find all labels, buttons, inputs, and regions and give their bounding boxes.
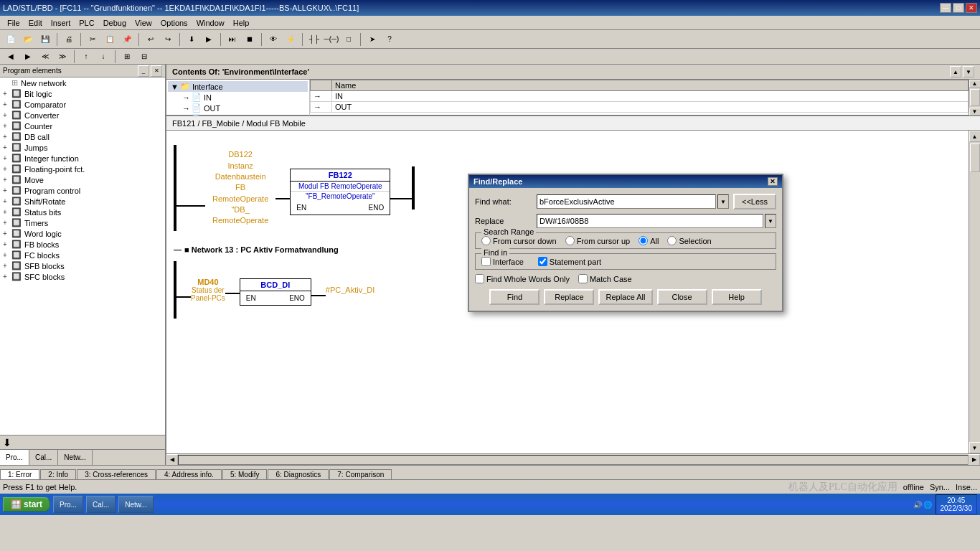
coil-btn[interactable]: ─(─) xyxy=(324,32,339,47)
print-btn[interactable]: 🖨 xyxy=(61,32,77,47)
tree-item-bit-logic[interactable]: + 🔲 Bit logic xyxy=(0,88,165,99)
tree-item-sfc-blocks[interactable]: + 🔲 SFC blocks xyxy=(0,271,165,282)
find-button[interactable]: Find xyxy=(489,289,540,305)
menu-plc[interactable]: PLC xyxy=(75,18,98,28)
hscroll-right[interactable]: ▶ xyxy=(969,454,980,466)
t2-btn6[interactable]: ↓ xyxy=(95,50,111,64)
panel-min-btn[interactable]: _ xyxy=(138,65,149,77)
radio-all[interactable]: All xyxy=(639,236,659,245)
t2-btn4[interactable]: ≫ xyxy=(55,50,70,64)
h-scroll-track[interactable] xyxy=(178,455,969,465)
iface-tree-root[interactable]: ▼ 📁 Interface xyxy=(168,81,308,92)
tree-item-status-bits[interactable]: + 🔲 Status bits xyxy=(0,207,165,217)
box-btn[interactable]: □ xyxy=(341,32,357,47)
tab-error[interactable]: 1: Error xyxy=(0,469,39,479)
diag-vscroll-down[interactable]: ▼ xyxy=(969,442,981,453)
replace-input[interactable] xyxy=(537,214,763,228)
download-btn[interactable]: ⬇ xyxy=(184,32,199,47)
start-button[interactable]: 🪟 start xyxy=(3,497,50,512)
iface-scroll-up[interactable]: ▲ xyxy=(950,66,961,77)
panel-close-btn[interactable]: ✕ xyxy=(151,65,162,77)
menu-file[interactable]: File xyxy=(3,18,24,28)
t2-btn1[interactable]: ◀ xyxy=(3,50,19,64)
tree-item-floating-point[interactable]: + 🔲 Floating-point fct. xyxy=(0,164,165,174)
iface-row-in[interactable]: → IN xyxy=(311,91,969,102)
hscroll-left[interactable]: ◀ xyxy=(166,454,178,466)
diag-vscroll-thumb[interactable] xyxy=(970,143,980,172)
chk-interface[interactable]: Interface xyxy=(481,257,524,266)
radio-input-all[interactable] xyxy=(639,236,648,245)
taskbar-app2[interactable]: Cal... xyxy=(86,496,116,513)
t2-btn2[interactable]: ▶ xyxy=(20,50,36,64)
less-button[interactable]: <<Less xyxy=(733,194,776,209)
replace-dropdown-btn[interactable]: ▼ xyxy=(765,214,776,228)
help-btn[interactable]: ? xyxy=(382,32,397,47)
radio-input-up[interactable] xyxy=(565,236,575,245)
menu-help[interactable]: Help xyxy=(229,18,254,28)
replace-all-button[interactable]: Replace All xyxy=(598,289,652,305)
copy-btn[interactable]: 📋 xyxy=(102,32,118,47)
iface-tree-inout[interactable]: → 📄 IN_OUT xyxy=(168,113,308,116)
redo-btn[interactable]: ↪ xyxy=(160,32,176,47)
t2-collapse[interactable]: ⊟ xyxy=(136,50,152,64)
t2-btn5[interactable]: ↑ xyxy=(78,50,94,64)
vscroll-thumb[interactable] xyxy=(970,89,980,106)
tab-modify[interactable]: 5: Modify xyxy=(222,469,268,479)
iface-tree-in[interactable]: → 📄 IN xyxy=(168,92,308,103)
tree-item-timers[interactable]: + 🔲 Timers xyxy=(0,217,165,228)
stop-btn[interactable]: ⏹ xyxy=(242,32,258,47)
menu-options[interactable]: Options xyxy=(156,18,192,28)
menu-insert[interactable]: Insert xyxy=(47,18,75,28)
vscroll-down[interactable]: ▼ xyxy=(969,108,981,116)
taskbar-app3[interactable]: Netw... xyxy=(118,496,154,513)
contacts-btn[interactable]: ┤├ xyxy=(306,32,322,47)
tree-item-db-call[interactable]: + 🔲 DB call xyxy=(0,131,165,142)
taskbar-app1[interactable]: Pro... xyxy=(53,496,83,513)
tab-netw[interactable]: Netw... xyxy=(58,450,93,465)
run-btn[interactable]: ▶ xyxy=(201,32,217,47)
cut-btn[interactable]: ✂ xyxy=(85,32,100,47)
step-btn[interactable]: ⏭ xyxy=(225,32,240,47)
help-button[interactable]: Help xyxy=(712,289,762,305)
tree-item-word-logic[interactable]: + 🔲 Word logic xyxy=(0,228,165,239)
tree-item-sfb-blocks[interactable]: + 🔲 SFB blocks xyxy=(0,260,165,271)
tab-cal[interactable]: Cal... xyxy=(29,450,58,465)
find-input[interactable] xyxy=(537,194,716,209)
chk-whole-words[interactable]: Find Whole Words Only xyxy=(475,274,570,283)
tab-diagnostics[interactable]: 6: Diagnostics xyxy=(268,469,329,479)
replace-button[interactable]: Replace xyxy=(544,289,594,305)
force-btn[interactable]: ⚡ xyxy=(283,32,298,47)
tree-item-comparator[interactable]: + 🔲 Comparator xyxy=(0,99,165,110)
scroll-down-icon[interactable]: ⬇ xyxy=(3,437,11,448)
tree-item-shift-rotate[interactable]: + 🔲 Shift/Rotate xyxy=(0,196,165,207)
tree-item-program-control[interactable]: + 🔲 Program control xyxy=(0,185,165,196)
tree-item-converter[interactable]: + 🔲 Converter xyxy=(0,110,165,121)
chk-whole-words-input[interactable] xyxy=(475,274,484,283)
undo-btn[interactable]: ↩ xyxy=(143,32,159,47)
iface-tree-out[interactable]: → 📄 OUT xyxy=(168,103,308,113)
chk-statement-part[interactable]: Statement part xyxy=(538,257,601,266)
minimize-button[interactable]: — xyxy=(940,3,951,13)
new-btn[interactable]: 📄 xyxy=(3,32,19,47)
paste-btn[interactable]: 📌 xyxy=(119,32,135,47)
radio-input-selection[interactable] xyxy=(667,236,677,245)
tree-item-jumps[interactable]: + 🔲 Jumps xyxy=(0,142,165,153)
monitor-btn[interactable]: 👁 xyxy=(265,32,281,47)
iface-row-out[interactable]: → OUT xyxy=(311,102,969,113)
menu-edit[interactable]: Edit xyxy=(24,18,47,28)
t2-expand[interactable]: ⊞ xyxy=(119,50,135,64)
tree-item-fc-blocks[interactable]: + 🔲 FC blocks xyxy=(0,250,165,260)
tab-address[interactable]: 4: Address info. xyxy=(156,469,222,479)
maximize-button[interactable]: □ xyxy=(953,3,964,13)
menu-view[interactable]: View xyxy=(131,18,156,28)
tab-pro[interactable]: Pro... xyxy=(0,450,29,465)
tab-cross-ref[interactable]: 3: Cross-references xyxy=(77,469,156,479)
menu-window[interactable]: Window xyxy=(192,18,229,28)
tree-item-move[interactable]: + 🔲 Move xyxy=(0,174,165,185)
tree-item-integer-function[interactable]: + 🔲 Integer function xyxy=(0,153,165,164)
iface-scroll-dn[interactable]: ▼ xyxy=(963,66,974,77)
find-dropdown-btn[interactable]: ▼ xyxy=(717,194,729,209)
radio-from-cursor-down[interactable]: From cursor down xyxy=(481,236,557,245)
tab-info[interactable]: 2: Info xyxy=(40,469,76,479)
tree-item-fb-blocks[interactable]: + 🔲 FB blocks xyxy=(0,239,165,250)
